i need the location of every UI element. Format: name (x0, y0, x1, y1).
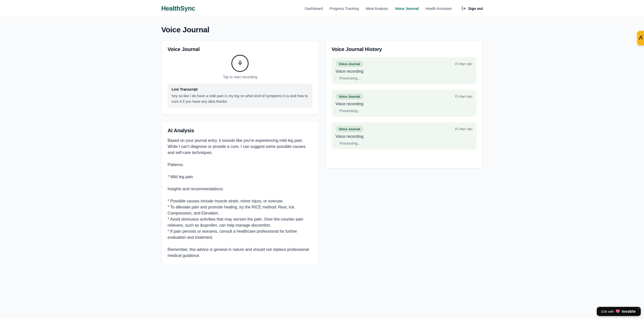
history-entry-list: Voice Journal 15 days ago Voice recordin… (332, 57, 477, 149)
voice-journal-history-card: Voice Journal History Voice Journal 15 d… (325, 40, 483, 168)
entry-type-badge: Voice Journal (336, 61, 363, 67)
history-entry[interactable]: Voice Journal 15 days ago Voice recordin… (332, 90, 477, 117)
microphone-icon (237, 60, 243, 66)
entry-title: Voice recording (336, 69, 473, 74)
voice-journal-page: Voice Journal Voice Journal (161, 17, 483, 265)
app-logo[interactable]: HealthSync (161, 5, 195, 12)
edit-with-lovable-badge[interactable]: Edit with lovable × (597, 307, 641, 316)
lovable-badge-prefix: Edit with (601, 310, 614, 313)
entry-type-badge: Voice Journal (336, 93, 363, 100)
history-entry[interactable]: Voice Journal 15 days ago Voice recordin… (332, 57, 477, 84)
close-icon[interactable]: × (638, 307, 639, 310)
lovable-wordmark: lovable (622, 309, 636, 314)
log-out-icon (462, 6, 466, 11)
sign-out-label: Sign out (468, 7, 483, 11)
live-transcript-title: Live Transcript (172, 87, 309, 91)
page-title: Voice Journal (161, 25, 483, 34)
entry-status: Processing... (336, 141, 473, 146)
history-entry[interactable]: Voice Journal 15 days ago Voice recordin… (332, 122, 477, 149)
right-column: Voice Journal History Voice Journal 15 d… (325, 40, 483, 168)
entry-title: Voice recording (336, 134, 473, 139)
browser-extension-tab[interactable] (637, 31, 644, 45)
recorder-card-title: Voice Journal (168, 46, 313, 52)
entry-type-badge: Voice Journal (336, 126, 363, 132)
entry-status: Processing... (336, 108, 473, 113)
extension-logo-icon (637, 35, 643, 41)
ai-analysis-body: Based on your journal entry, it sounds l… (168, 138, 313, 259)
main-nav: Dashboard Progress Tracking Meal Analysi… (305, 6, 483, 11)
entry-status: Processing... (336, 76, 473, 81)
voice-recorder-card: Voice Journal Tap to start recording (161, 40, 319, 114)
sign-out-button[interactable]: Sign out (462, 6, 483, 11)
live-transcript-box: Live Transcript hey so like I do have a … (168, 84, 313, 108)
entry-timestamp: 15 days ago (454, 126, 472, 131)
tap-to-record-hint: Tap to start recording (223, 75, 257, 79)
heart-icon (616, 309, 620, 313)
nav-voice-journal[interactable]: Voice Journal (395, 7, 419, 11)
ai-analysis-title: AI Analysis (168, 128, 313, 134)
left-column: Voice Journal Tap to start recording (161, 40, 319, 265)
entry-timestamp: 15 days ago (454, 93, 472, 98)
nav-dashboard[interactable]: Dashboard (305, 7, 323, 11)
history-card-title: Voice Journal History (332, 46, 477, 52)
live-transcript-text: hey so like I do have a mild pain in my … (172, 93, 309, 104)
top-navbar: HealthSync Dashboard Progress Tracking M… (0, 0, 644, 17)
nav-health-assistant[interactable]: Health Assistant (425, 7, 452, 11)
ai-analysis-card: AI Analysis Based on your journal entry,… (161, 121, 319, 265)
nav-meal-analysis[interactable]: Meal Analysis (366, 7, 388, 11)
nav-progress-tracking[interactable]: Progress Tracking (329, 7, 359, 11)
record-button[interactable] (231, 55, 249, 72)
entry-timestamp: 15 days ago (454, 61, 472, 66)
entry-title: Voice recording (336, 102, 473, 106)
